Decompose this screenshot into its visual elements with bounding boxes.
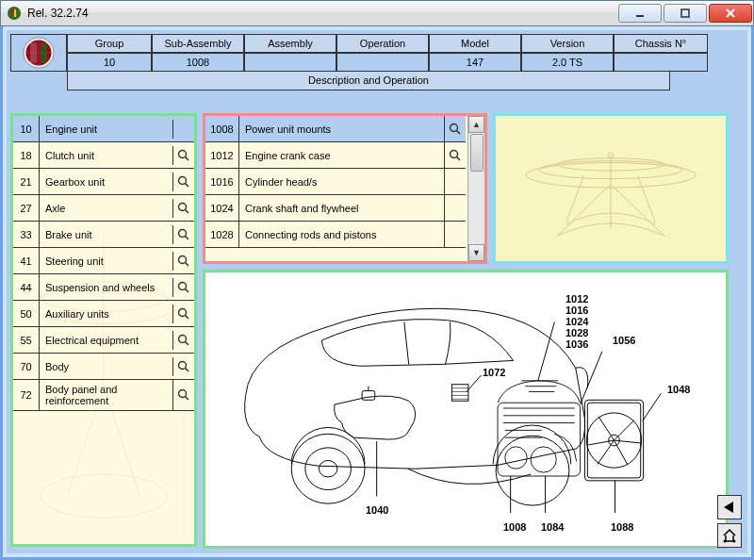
callout-1072: 1072 bbox=[483, 367, 505, 378]
subassembly-row-1008[interactable]: 1008Power unit mounts bbox=[205, 116, 466, 142]
window-titlebar: Rel. 32.2.74 bbox=[0, 0, 754, 26]
header-val-operation bbox=[336, 53, 429, 72]
group-row-18[interactable]: 18Clutch unit bbox=[13, 142, 194, 169]
subassembly-scrollbar[interactable]: ▲ ▼ bbox=[467, 116, 484, 261]
callout-1088: 1088 bbox=[611, 521, 633, 533]
subassembly-row-1024[interactable]: 1024Crank shaft and flywheel bbox=[205, 195, 466, 222]
svg-line-18 bbox=[186, 183, 189, 187]
group-code: 70 bbox=[13, 354, 40, 379]
close-button[interactable] bbox=[709, 4, 752, 23]
magnifier-icon[interactable] bbox=[173, 222, 194, 247]
header-val-subassembly: 1008 bbox=[152, 53, 244, 72]
magnifier-icon[interactable] bbox=[173, 354, 194, 379]
svg-line-22 bbox=[186, 236, 189, 239]
subassembly-code: 1016 bbox=[205, 169, 239, 194]
scroll-thumb[interactable] bbox=[470, 134, 484, 172]
group-row-33[interactable]: 33Brake unit bbox=[13, 222, 194, 248]
group-code: 18 bbox=[13, 142, 40, 168]
subassembly-list-panel: 1008Power unit mounts1012Engine crank ca… bbox=[203, 113, 487, 264]
maximize-button[interactable] bbox=[664, 4, 707, 23]
svg-point-51 bbox=[319, 460, 336, 477]
svg-point-73 bbox=[733, 540, 736, 543]
magnifier-icon[interactable] bbox=[445, 142, 466, 168]
svg-point-27 bbox=[179, 308, 187, 316]
home-button[interactable] bbox=[717, 523, 742, 548]
magnifier-icon[interactable] bbox=[445, 195, 466, 221]
magnifier-icon[interactable] bbox=[173, 327, 194, 353]
subassembly-row-1028[interactable]: 1028Connecting rods and pistons bbox=[205, 222, 466, 248]
back-button[interactable] bbox=[717, 495, 742, 519]
group-row-44[interactable]: 44Suspension and wheels bbox=[13, 274, 194, 301]
magnifier-icon[interactable] bbox=[173, 169, 194, 194]
client-area: Group Sub-Assembly Assembly Operation Mo… bbox=[0, 26, 754, 560]
callout-1024: 1024 bbox=[566, 316, 588, 327]
group-row-55[interactable]: 55Electrical equipment bbox=[13, 327, 194, 354]
magnifier-icon[interactable] bbox=[445, 222, 466, 247]
svg-rect-55 bbox=[451, 385, 468, 402]
magnifier-icon[interactable] bbox=[173, 116, 194, 141]
magnifier-icon[interactable] bbox=[173, 195, 194, 221]
callout-1028: 1028 bbox=[566, 327, 588, 338]
group-row-70[interactable]: 70Body bbox=[13, 354, 194, 380]
svg-point-19 bbox=[179, 203, 187, 210]
magnifier-icon[interactable] bbox=[173, 248, 194, 273]
group-row-27[interactable]: 27Axle bbox=[13, 195, 194, 222]
header-col-operation: Operation bbox=[336, 34, 429, 53]
svg-point-31 bbox=[179, 361, 187, 369]
scroll-up-button[interactable]: ▲ bbox=[468, 116, 484, 133]
group-row-21[interactable]: 21Gearbox unit bbox=[13, 169, 194, 195]
svg-line-44 bbox=[611, 184, 664, 236]
svg-point-33 bbox=[179, 390, 187, 398]
group-row-10[interactable]: 10Engine unit bbox=[13, 116, 194, 142]
svg-point-15 bbox=[179, 150, 187, 157]
magnifier-icon[interactable] bbox=[445, 169, 466, 194]
subassembly-row-1016[interactable]: 1016Cylinder head/s bbox=[205, 169, 466, 195]
svg-line-24 bbox=[186, 262, 189, 266]
vehicle-diagram[interactable]: 1012 1016 1024 1028 1036 1056 1072 1048 … bbox=[209, 276, 722, 542]
svg-line-69 bbox=[643, 393, 661, 420]
svg-rect-4 bbox=[681, 9, 689, 17]
window-title: Rel. 32.2.74 bbox=[27, 7, 89, 20]
svg-point-49 bbox=[291, 434, 365, 503]
header-val-group: 10 bbox=[67, 53, 152, 72]
group-code: 41 bbox=[13, 248, 40, 273]
svg-point-52 bbox=[496, 436, 569, 505]
callout-1016: 1016 bbox=[566, 305, 588, 316]
scroll-down-button[interactable]: ▼ bbox=[468, 244, 484, 261]
group-code: 33 bbox=[13, 222, 40, 247]
group-code: 27 bbox=[13, 195, 40, 221]
svg-line-68 bbox=[581, 352, 602, 404]
magnifier-icon[interactable] bbox=[173, 274, 194, 300]
svg-line-70 bbox=[467, 375, 482, 392]
callout-1048: 1048 bbox=[667, 384, 690, 395]
svg-rect-9 bbox=[30, 42, 37, 63]
minimize-button[interactable] bbox=[618, 4, 662, 23]
brand-logo bbox=[10, 34, 67, 72]
magnifier-icon[interactable] bbox=[173, 380, 194, 410]
magnifier-icon[interactable] bbox=[445, 116, 466, 141]
group-code: 10 bbox=[13, 116, 40, 141]
callout-1056: 1056 bbox=[613, 335, 635, 346]
diagram-panel: 1012 1016 1024 1028 1036 1056 1072 1048 … bbox=[203, 270, 729, 549]
group-code: 21 bbox=[13, 169, 40, 194]
svg-point-21 bbox=[179, 229, 187, 237]
svg-line-30 bbox=[186, 341, 189, 345]
preview-sketch bbox=[501, 122, 720, 255]
magnifier-icon[interactable] bbox=[173, 301, 194, 326]
group-label: Engine unit bbox=[40, 120, 173, 139]
svg-point-25 bbox=[179, 282, 187, 289]
svg-point-50 bbox=[305, 448, 352, 490]
svg-line-32 bbox=[186, 368, 189, 371]
group-row-50[interactable]: 50Auxiliary units bbox=[13, 301, 194, 327]
header-col-group: Group bbox=[67, 34, 152, 53]
svg-line-43 bbox=[557, 184, 611, 236]
svg-rect-2 bbox=[14, 9, 16, 17]
subassembly-code: 1028 bbox=[205, 222, 239, 247]
group-row-72[interactable]: 72Body panel and reinforcement bbox=[13, 380, 194, 411]
magnifier-icon[interactable] bbox=[173, 142, 194, 168]
group-code: 72 bbox=[13, 380, 40, 410]
svg-point-57 bbox=[505, 447, 527, 469]
group-row-41[interactable]: 41Steering unit bbox=[13, 248, 194, 274]
subassembly-row-1012[interactable]: 1012Engine crank case bbox=[205, 142, 466, 169]
svg-line-36 bbox=[457, 130, 461, 134]
